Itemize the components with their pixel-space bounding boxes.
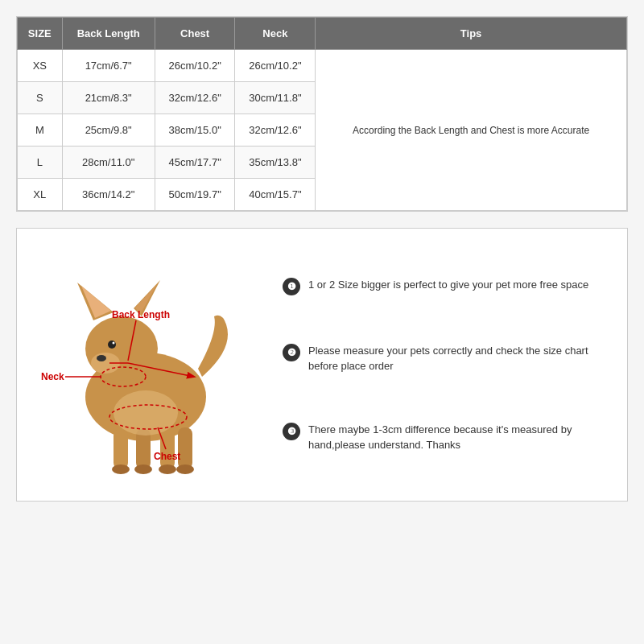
svg-point-5 [113, 342, 115, 345]
cell-chest: 45cm/17.7" [155, 147, 235, 179]
tip-item-1: ❶ 1 or 2 Size bigger is perfect to give … [283, 277, 603, 295]
svg-point-16 [159, 464, 176, 474]
svg-point-15 [134, 464, 152, 474]
cell-size: M [18, 114, 63, 147]
svg-point-18 [114, 390, 178, 436]
dog-svg: Neck Back Length Chest [41, 244, 250, 485]
cell-neck: 26cm/10.2" [235, 50, 316, 82]
tip-text-2: Please measure your pets correctly and c… [308, 343, 603, 374]
svg-text:Chest: Chest [154, 451, 180, 462]
svg-point-14 [112, 464, 130, 474]
svg-rect-10 [114, 429, 128, 469]
cell-back-length: 25cm/9.8" [62, 114, 155, 147]
cell-back-length: 17cm/6.7" [62, 50, 155, 82]
cell-neck: 32cm/12.6" [235, 114, 316, 147]
svg-rect-12 [160, 427, 175, 469]
col-header-chest: Chest [155, 18, 235, 50]
cell-neck: 30cm/11.8" [235, 82, 316, 114]
tip-text-1: 1 or 2 Size bigger is perfect to give yo… [308, 277, 603, 293]
cell-tips: According the Back Length and Chest is m… [316, 50, 627, 211]
size-table-wrapper: SIZE Back Length Chest Neck Tips XS17cm/… [16, 16, 628, 212]
col-header-back-length: Back Length [62, 18, 155, 50]
svg-point-3 [97, 355, 106, 361]
col-header-neck: Neck [235, 18, 316, 50]
cell-back-length: 36cm/14.2" [62, 179, 155, 211]
cell-chest: 26cm/10.2" [155, 50, 235, 82]
dog-svg-container: Neck Back Length Chest [41, 244, 250, 485]
tip-number-3: ❸ [283, 423, 300, 440]
cell-neck: 35cm/13.8" [235, 147, 316, 179]
cell-back-length: 28cm/11.0" [62, 147, 155, 179]
col-header-tips: Tips [316, 18, 627, 50]
cell-size: XS [18, 50, 63, 82]
main-container: SIZE Back Length Chest Neck Tips XS17cm/… [0, 0, 644, 644]
cell-size: S [18, 82, 63, 114]
bottom-section: Neck Back Length Chest [16, 228, 628, 502]
svg-text:Neck: Neck [41, 371, 64, 382]
dog-illustration: Neck Back Length Chest [33, 245, 258, 485]
tips-section: ❶ 1 or 2 Size bigger is perfect to give … [266, 245, 611, 485]
tip-item-3: ❸ There maybe 1-3cm difference because i… [283, 422, 603, 453]
svg-point-17 [176, 464, 194, 474]
table-row: XS17cm/6.7"26cm/10.2"26cm/10.2"According… [18, 50, 627, 82]
tip-item-2: ❷ Please measure your pets correctly and… [283, 343, 603, 374]
cell-chest: 50cm/19.7" [155, 179, 235, 211]
cell-size: L [18, 147, 63, 179]
cell-neck: 40cm/15.7" [235, 179, 316, 211]
svg-rect-13 [178, 427, 192, 469]
cell-back-length: 21cm/8.3" [62, 82, 155, 114]
svg-point-4 [108, 341, 116, 349]
svg-text:Back Length: Back Length [112, 309, 170, 320]
size-table: SIZE Back Length Chest Neck Tips XS17cm/… [17, 17, 627, 211]
col-header-size: SIZE [18, 18, 63, 50]
tip-text-3: There maybe 1-3cm difference because it'… [308, 422, 603, 453]
cell-chest: 38cm/15.0" [155, 114, 235, 147]
cell-size: XL [18, 179, 63, 211]
tip-number-1: ❶ [283, 278, 300, 295]
cell-chest: 32cm/12.6" [155, 82, 235, 114]
tip-number-2: ❷ [283, 344, 300, 361]
